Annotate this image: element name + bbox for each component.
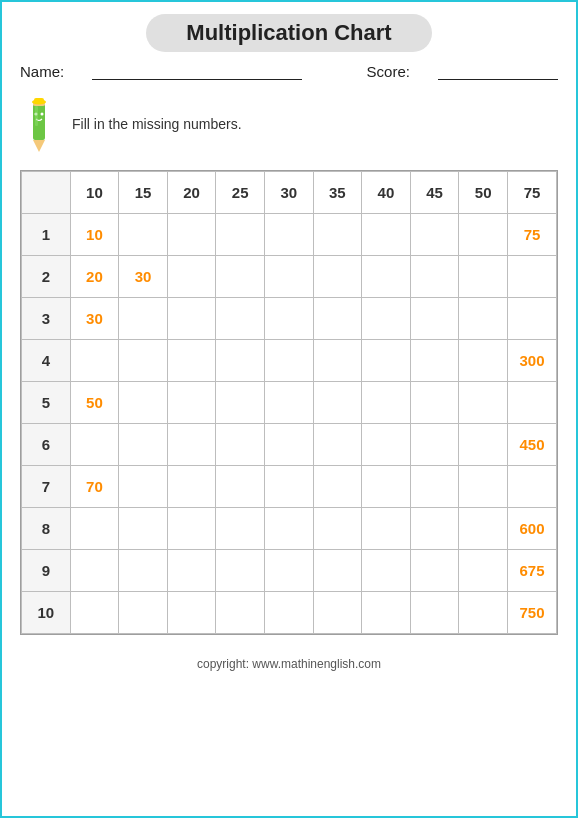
cell-r7-c7 — [410, 508, 459, 550]
cell-r0-c9: 75 — [507, 214, 556, 256]
col-header-10: 10 — [70, 172, 119, 214]
cell-r9-c8 — [459, 592, 508, 634]
cell-r3-c6 — [362, 340, 411, 382]
cell-r8-c3 — [216, 550, 265, 592]
cell-r6-c2 — [167, 466, 216, 508]
title-container: Multiplication Chart — [20, 14, 558, 52]
cell-r7-c6 — [362, 508, 411, 550]
cell-r1-c9 — [507, 256, 556, 298]
cell-r6-c0: 70 — [70, 466, 119, 508]
cell-r8-c5 — [313, 550, 362, 592]
score-input[interactable] — [438, 62, 558, 80]
cell-r4-c6 — [362, 382, 411, 424]
row-header-4: 4 — [22, 340, 71, 382]
cell-r1-c4 — [264, 256, 313, 298]
row-header-2: 2 — [22, 256, 71, 298]
cell-r0-c5 — [313, 214, 362, 256]
score-label: Score: — [367, 63, 410, 80]
table-row: 22030 — [22, 256, 557, 298]
col-header-25: 25 — [216, 172, 265, 214]
cell-r2-c5 — [313, 298, 362, 340]
cell-r3-c2 — [167, 340, 216, 382]
table-body: 1107522030330430055064507708600967510750 — [22, 214, 557, 634]
cell-r8-c6 — [362, 550, 411, 592]
copyright-text: copyright: www.mathinenglish.com — [20, 657, 558, 671]
cell-r4-c4 — [264, 382, 313, 424]
page-title: Multiplication Chart — [146, 14, 431, 52]
cell-r7-c5 — [313, 508, 362, 550]
cell-r5-c5 — [313, 424, 362, 466]
cell-r1-c8 — [459, 256, 508, 298]
cell-r7-c1 — [119, 508, 168, 550]
row-header-6: 6 — [22, 424, 71, 466]
cell-r6-c4 — [264, 466, 313, 508]
cell-r1-c3 — [216, 256, 265, 298]
cell-r0-c2 — [167, 214, 216, 256]
name-label: Name: — [20, 63, 64, 80]
cell-r9-c4 — [264, 592, 313, 634]
cell-r9-c9: 750 — [507, 592, 556, 634]
table-row: 9675 — [22, 550, 557, 592]
row-header-10: 10 — [22, 592, 71, 634]
cell-r2-c7 — [410, 298, 459, 340]
cell-r2-c1 — [119, 298, 168, 340]
cell-r6-c9 — [507, 466, 556, 508]
cell-r9-c1 — [119, 592, 168, 634]
name-score-row: Name: Score: — [20, 62, 558, 80]
cell-r1-c6 — [362, 256, 411, 298]
cell-r4-c5 — [313, 382, 362, 424]
cell-r4-c2 — [167, 382, 216, 424]
cell-r0-c7 — [410, 214, 459, 256]
row-header-8: 8 — [22, 508, 71, 550]
table-row: 550 — [22, 382, 557, 424]
table-row: 6450 — [22, 424, 557, 466]
cell-r3-c1 — [119, 340, 168, 382]
col-header-15: 15 — [119, 172, 168, 214]
cell-r2-c4 — [264, 298, 313, 340]
cell-r0-c0: 10 — [70, 214, 119, 256]
cell-r6-c3 — [216, 466, 265, 508]
cell-r7-c2 — [167, 508, 216, 550]
col-header-30: 30 — [264, 172, 313, 214]
cell-r2-c6 — [362, 298, 411, 340]
cell-r6-c1 — [119, 466, 168, 508]
cell-r2-c0: 30 — [70, 298, 119, 340]
cell-r3-c0 — [70, 340, 119, 382]
cell-r2-c3 — [216, 298, 265, 340]
cell-r3-c7 — [410, 340, 459, 382]
col-header-20: 20 — [167, 172, 216, 214]
cell-r7-c0 — [70, 508, 119, 550]
pencil-icon — [20, 94, 58, 154]
cell-r3-c4 — [264, 340, 313, 382]
cell-r5-c2 — [167, 424, 216, 466]
cell-r6-c8 — [459, 466, 508, 508]
cell-r9-c7 — [410, 592, 459, 634]
cell-r8-c0 — [70, 550, 119, 592]
cell-r9-c6 — [362, 592, 411, 634]
chart-wrapper: 10152025303540455075 1107522030330430055… — [20, 170, 558, 635]
row-header-9: 9 — [22, 550, 71, 592]
table-row: 11075 — [22, 214, 557, 256]
cell-r5-c4 — [264, 424, 313, 466]
cell-r8-c1 — [119, 550, 168, 592]
table-header: 10152025303540455075 — [22, 172, 557, 214]
cell-r5-c8 — [459, 424, 508, 466]
cell-r9-c5 — [313, 592, 362, 634]
cell-r2-c8 — [459, 298, 508, 340]
cell-r5-c9: 450 — [507, 424, 556, 466]
cell-r2-c2 — [167, 298, 216, 340]
svg-point-5 — [41, 113, 44, 116]
cell-r4-c7 — [410, 382, 459, 424]
name-input[interactable] — [92, 62, 302, 80]
cell-r8-c2 — [167, 550, 216, 592]
instructions-row: Fill in the missing numbers. — [20, 94, 558, 154]
row-header-3: 3 — [22, 298, 71, 340]
cell-r3-c5 — [313, 340, 362, 382]
row-header-7: 7 — [22, 466, 71, 508]
cell-r8-c9: 675 — [507, 550, 556, 592]
svg-marker-1 — [33, 140, 45, 152]
cell-r0-c3 — [216, 214, 265, 256]
svg-rect-7 — [35, 106, 38, 126]
table-row: 770 — [22, 466, 557, 508]
cell-r0-c6 — [362, 214, 411, 256]
